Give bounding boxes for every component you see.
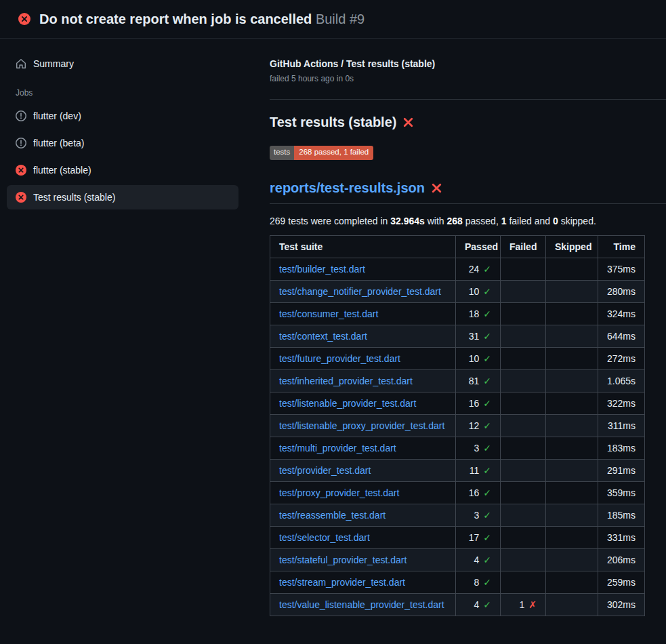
sidebar-item-flutter-beta[interactable]: flutter (beta) [7,131,238,155]
test-suite-cell: test/reassemble_test.dart [270,504,456,526]
test-passed-count: 81 [469,376,480,386]
test-failed-cell [501,347,546,369]
sidebar-item-test-results-stable[interactable]: Test results (stable) [7,185,238,209]
test-suite-link[interactable]: test/value_listenable_provider_test.dart [279,599,444,610]
neutral-status-icon [16,138,26,148]
test-failed-cell [501,258,546,280]
test-suite-cell: test/provider_test.dart [270,459,456,481]
sidebar-item-flutter-dev[interactable]: flutter (dev) [7,104,238,128]
test-passed-cell: 10✓ [456,280,501,302]
cross-icon: ✗ [528,599,537,610]
test-skipped-cell [546,526,598,548]
test-suite-cell: test/stateful_provider_test.dart [270,548,456,571]
column-header-skipped: Skipped [546,235,598,258]
table-row: test/stream_provider_test.dart8✓259ms [270,571,645,593]
test-passed-count: 8 [474,577,479,588]
check-icon: ✓ [483,443,491,454]
fail-x-icon [402,117,414,128]
check-icon: ✓ [483,465,491,476]
table-row: test/value_listenable_provider_test.dart… [270,593,645,616]
neutral-status-icon [16,110,26,121]
summary-passed: 268 [447,216,463,226]
test-failed-cell [501,280,546,302]
test-suite-cell: test/listenable_provider_test.dart [270,392,456,414]
sidebar-item-summary[interactable]: Summary [7,52,238,76]
test-suite-link[interactable]: test/proxy_provider_test.dart [279,487,399,498]
test-failed-cell [501,459,546,481]
test-passed-cell: 16✓ [456,481,501,504]
test-suite-link[interactable]: test/reassemble_test.dart [279,510,386,521]
check-icon: ✓ [483,599,491,610]
test-suite-cell: test/builder_test.dart [270,258,456,280]
test-passed-count: 10 [469,353,480,364]
test-time-cell: 359ms [598,481,645,504]
test-skipped-cell [546,571,598,593]
test-suite-link[interactable]: test/multi_provider_test.dart [279,443,396,454]
test-suite-link[interactable]: test/builder_test.dart [279,264,365,275]
test-suite-link[interactable]: test/listenable_proxy_provider_test.dart [279,420,444,431]
test-suite-link[interactable]: test/future_provider_test.dart [279,353,400,364]
test-suite-link[interactable]: test/stateful_provider_test.dart [279,555,407,565]
test-suite-link[interactable]: test/provider_test.dart [279,465,371,476]
test-passed-count: 10 [469,286,480,297]
column-header-time: Time [598,235,645,258]
test-failed-cell [501,414,546,437]
check-icon: ✓ [483,264,491,275]
test-suite-link[interactable]: test/context_test.dart [279,331,367,342]
report-heading: reports/test-results.json [270,180,666,204]
test-failed-cell [501,302,546,325]
tests-badge: tests 268 passed, 1 failed [270,146,373,160]
test-skipped-cell [546,347,598,369]
fail-x-icon [431,182,442,194]
check-icon: ✓ [483,331,491,342]
test-failed-cell: 1✗ [501,593,546,616]
test-time-cell: 206ms [598,548,645,571]
results-table-body: test/builder_test.dart24✓375mstest/chang… [270,258,645,616]
test-passed-count: 3 [474,443,479,454]
test-suite-link[interactable]: test/listenable_provider_test.dart [279,398,416,409]
test-suite-link[interactable]: test/consumer_test.dart [279,308,378,319]
column-header-failed: Failed [501,235,546,258]
page-body: Summary Jobs flutter (dev) flutter (beta… [0,39,666,616]
job-label: flutter (beta) [33,136,84,150]
test-suite-link[interactable]: test/selector_test.dart [279,532,370,543]
divider [270,99,666,100]
test-suite-link[interactable]: test/inherited_provider_test.dart [279,376,413,386]
report-link[interactable]: reports/test-results.json [270,180,425,196]
table-row: test/stateful_provider_test.dart4✓206ms [270,548,645,571]
sidebar-item-flutter-stable[interactable]: flutter (stable) [7,158,238,182]
test-skipped-cell [546,459,598,481]
badge-label: tests [270,146,294,160]
test-suite-cell: test/selector_test.dart [270,526,456,548]
table-row: test/multi_provider_test.dart3✓183ms [270,437,645,459]
run-meta: failed 5 hours ago in 0s [270,74,666,83]
test-passed-cell: 31✓ [456,325,501,347]
test-passed-cell: 18✓ [456,302,501,325]
test-failed-cell [501,437,546,459]
test-skipped-cell [546,325,598,347]
table-row: test/future_provider_test.dart10✓272ms [270,347,645,369]
test-skipped-cell [546,369,598,392]
table-row: test/selector_test.dart17✓331ms [270,526,645,548]
test-suite-link[interactable]: test/stream_provider_test.dart [279,577,405,588]
test-passed-count: 18 [469,308,480,319]
test-suite-link[interactable]: test/change_notifier_provider_test.dart [279,286,441,297]
test-passed-count: 17 [469,532,480,543]
table-row: test/proxy_provider_test.dart16✓359ms [270,481,645,504]
job-label: Test results (stable) [33,190,115,204]
test-skipped-cell [546,280,598,302]
check-icon: ✓ [483,577,491,588]
test-passed-count: 31 [469,331,480,342]
test-suite-cell: test/consumer_test.dart [270,302,456,325]
test-passed-cell: 17✓ [456,526,501,548]
test-passed-cell: 4✓ [456,548,501,571]
test-time-cell: 280ms [598,280,645,302]
test-suite-cell: test/inherited_provider_test.dart [270,369,456,392]
summary-label: Summary [33,57,74,71]
test-passed-cell: 12✓ [456,414,501,437]
table-row: test/inherited_provider_test.dart81✓1.06… [270,369,645,392]
results-table: Test suite Passed Failed Skipped Time te… [270,235,645,616]
check-icon: ✓ [483,487,491,498]
test-suite-cell: test/stream_provider_test.dart [270,571,456,593]
test-failed-cell [501,481,546,504]
